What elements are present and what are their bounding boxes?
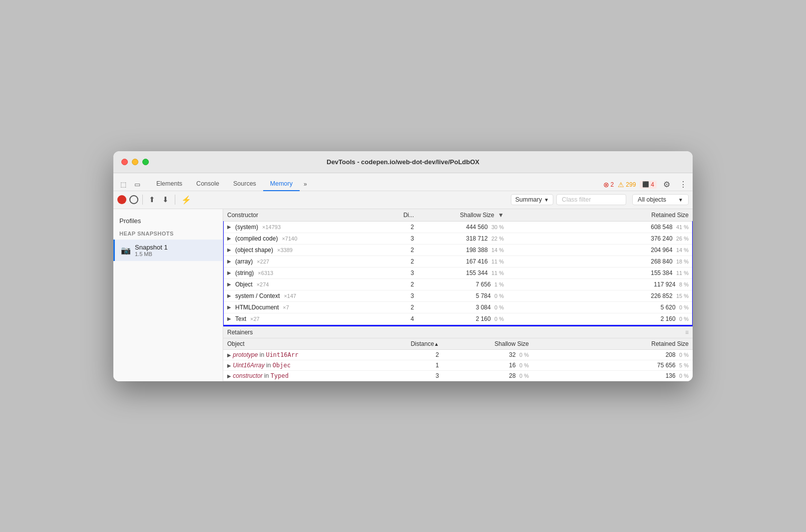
tab-sources[interactable]: Sources <box>226 177 263 191</box>
error-badge[interactable]: ⊗ 2 <box>603 181 614 189</box>
maximize-button[interactable] <box>142 159 149 165</box>
table-row[interactable]: ▶ prototype in Uint16Arr 2 32 0 % 208 0 … <box>223 349 693 360</box>
ret-class: Objec <box>273 362 291 369</box>
ret-col-retained[interactable]: Retained Size <box>533 338 693 350</box>
heap-table-body: ▶ (system) ×14793 2 444 560 30 % 608 548… <box>223 221 693 324</box>
ret-retained-cell: 208 0 % <box>533 349 693 360</box>
constructor-cell: ▶ Object ×274 <box>223 278 393 290</box>
all-objects-chevron-icon: ▼ <box>668 197 683 203</box>
table-row[interactable]: ▶ (array) ×227 2 167 416 11 % 268 840 18… <box>223 256 693 267</box>
constructor-count: ×14793 <box>262 224 281 230</box>
constructor-cell: ▶ (object shape) ×3389 <box>223 244 393 256</box>
constructor-name: Object <box>235 281 253 288</box>
info-badge[interactable]: ⬛ 4 <box>640 181 657 189</box>
retained-pct: 14 % <box>676 247 689 253</box>
cursor-icon[interactable]: ⬚ <box>117 179 129 191</box>
heap-table-header: Constructor Di... Shallow Size ▼ Retaine… <box>223 209 693 222</box>
table-row[interactable]: ▶ Uint16Array in Objec 1 16 0 % 75 656 5… <box>223 360 693 370</box>
tab-elements[interactable]: Elements <box>149 177 189 191</box>
tab-memory[interactable]: Memory <box>263 177 300 191</box>
sidebar-heading: Profiles <box>113 215 223 229</box>
snapshot-item[interactable]: 📷 Snapshot 1 1.5 MB <box>113 240 223 261</box>
all-objects-dropdown[interactable]: All objects ▼ <box>632 194 689 205</box>
table-row[interactable]: ▶ (system) ×14793 2 444 560 30 % 608 548… <box>223 221 693 233</box>
table-row[interactable]: ▶ Text ×27 4 2 160 0 % 2 160 0 % <box>223 313 693 324</box>
all-objects-label: All objects <box>638 196 666 203</box>
class-filter-input[interactable]: Class filter <box>556 194 626 205</box>
shallow-cell: 3 084 0 % <box>418 301 508 313</box>
constructor-cell: ▶ (string) ×6313 <box>223 267 393 278</box>
more-options-button[interactable]: ⋮ <box>677 179 689 191</box>
shallow-cell: 5 784 0 % <box>418 290 508 301</box>
ret-col-shallow[interactable]: Shallow Size <box>443 338 533 350</box>
ret-class: Uint16Arr <box>266 351 298 358</box>
retainers-section: Retainers ≡ Object Distance▲ Shallow Siz… <box>223 326 693 381</box>
tab-console[interactable]: Console <box>189 177 226 191</box>
ret-object-cell: ▶ Uint16Array in Objec <box>223 360 393 370</box>
download-button[interactable]: ⬇ <box>160 194 171 205</box>
expand-arrow-icon: ▶ <box>227 316 233 321</box>
distance-cell: 3 <box>393 290 418 301</box>
info-icon: ⬛ <box>642 181 649 188</box>
clear-button[interactable] <box>129 195 138 204</box>
ret-col-object[interactable]: Object <box>223 338 393 350</box>
expand-arrow-icon: ▶ <box>227 247 233 253</box>
heap-table-container: Constructor Di... Shallow Size ▼ Retaine… <box>223 209 693 326</box>
col-retained[interactable]: Retained Size <box>508 209 693 222</box>
retainers-scroll-icon: ≡ <box>685 329 689 336</box>
device-icon[interactable]: ▭ <box>131 179 143 191</box>
retained-cell: 376 240 26 % <box>508 233 693 244</box>
table-row[interactable]: ▶ constructor in Typed 3 28 0 % 136 0 % <box>223 370 693 381</box>
constructor-cell: ▶ HTMLDocument ×7 <box>223 301 393 313</box>
distance-cell: 2 <box>393 278 418 290</box>
shallow-pct: 0 % <box>494 316 504 322</box>
retained-pct: 8 % <box>679 281 689 287</box>
summary-dropdown[interactable]: Summary ▼ <box>511 194 553 205</box>
ret-shallow-pct: 0 % <box>519 373 529 379</box>
close-button[interactable] <box>121 159 128 165</box>
col-distance[interactable]: Di... <box>393 209 418 222</box>
ret-object-cell: ▶ prototype in Uint16Arr <box>223 349 393 360</box>
summary-chevron-icon: ▼ <box>544 197 549 203</box>
expand-arrow-icon: ▶ <box>227 363 231 368</box>
table-row[interactable]: ▶ (object shape) ×3389 2 198 388 14 % 20… <box>223 244 693 256</box>
ret-distance-cell: 2 <box>393 349 443 360</box>
table-row[interactable]: ▶ (compiled code) ×7140 3 318 712 22 % 3… <box>223 233 693 244</box>
distance-cell: 2 <box>393 256 418 267</box>
retained-cell: 117 924 8 % <box>508 278 693 290</box>
record-button[interactable] <box>117 195 126 204</box>
retained-cell: 2 160 0 % <box>508 313 693 324</box>
snapshot-name: Snapshot 1 <box>135 244 217 251</box>
expand-arrow-icon: ▶ <box>227 304 233 310</box>
retainers-table: Object Distance▲ Shallow Size Retained S… <box>223 338 693 381</box>
devtools-body: ⬚ ▭ Elements Console Sources Memory » ⊗ … <box>113 173 693 381</box>
col-constructor[interactable]: Constructor <box>223 209 393 222</box>
minimize-button[interactable] <box>132 159 138 165</box>
warning-badge[interactable]: ⚠ 299 <box>618 181 636 189</box>
separator-2 <box>175 195 175 205</box>
table-row[interactable]: ▶ system / Context ×147 3 5 784 0 % 226 … <box>223 290 693 301</box>
snapshot-size: 1.5 MB <box>135 251 217 257</box>
shallow-pct: 0 % <box>494 304 504 310</box>
table-row[interactable]: ▶ (string) ×6313 3 155 344 11 % 155 384 … <box>223 267 693 278</box>
table-row[interactable]: ▶ Object ×274 2 7 656 1 % 117 924 8 % <box>223 278 693 290</box>
table-row[interactable]: ▶ HTMLDocument ×7 2 3 084 0 % 5 620 0 % <box>223 301 693 313</box>
constructor-name: system / Context <box>235 292 280 299</box>
col-shallow[interactable]: Shallow Size ▼ <box>418 209 508 222</box>
retained-pct: 18 % <box>676 259 689 265</box>
ret-distance-cell: 3 <box>393 370 443 381</box>
gc-button[interactable]: ⚡ <box>179 194 193 206</box>
constructor-count: ×274 <box>257 281 269 287</box>
shallow-pct: 1 % <box>494 281 504 287</box>
upload-button[interactable]: ⬆ <box>147 194 157 205</box>
main-area: Profiles HEAP SNAPSHOTS 📷 Snapshot 1 1.5… <box>113 209 693 381</box>
distance-cell: 3 <box>393 267 418 278</box>
constructor-cell: ▶ system / Context ×147 <box>223 290 393 301</box>
retained-pct: 11 % <box>676 270 689 276</box>
titlebar: DevTools - codepen.io/web-dot-dev/live/P… <box>113 151 693 173</box>
distance-cell: 2 <box>393 301 418 313</box>
settings-button[interactable]: ⚙ <box>661 179 673 191</box>
warning-count: 299 <box>626 181 636 188</box>
tab-more[interactable]: » <box>300 178 311 191</box>
ret-col-distance[interactable]: Distance▲ <box>393 338 443 350</box>
